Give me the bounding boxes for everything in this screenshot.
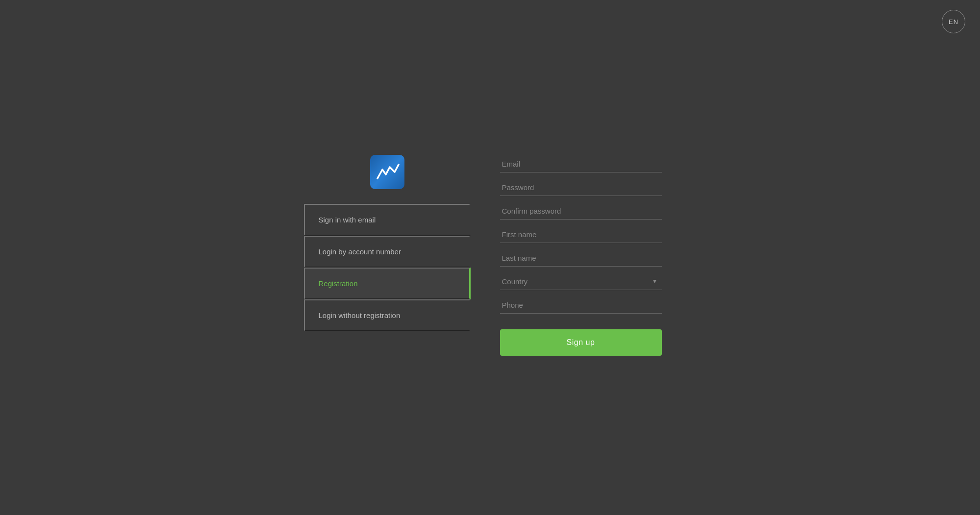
app-logo bbox=[370, 155, 404, 189]
country-select-wrapper: Country ▼ bbox=[500, 272, 662, 290]
left-panel: Sign in with email Login by account numb… bbox=[304, 145, 471, 331]
confirm-password-input[interactable] bbox=[500, 202, 662, 220]
registration-form: Country ▼ Sign up bbox=[471, 145, 677, 370]
nav-item-sign-in-email[interactable]: Sign in with email bbox=[304, 204, 471, 236]
country-select[interactable]: Country bbox=[500, 272, 662, 290]
email-field-wrapper bbox=[500, 155, 662, 172]
main-container: Sign in with email Login by account numb… bbox=[304, 145, 677, 370]
signup-button[interactable]: Sign up bbox=[500, 329, 662, 356]
first-name-field-wrapper bbox=[500, 225, 662, 243]
confirm-password-field-wrapper bbox=[500, 202, 662, 220]
language-button[interactable]: EN bbox=[942, 10, 965, 33]
password-field-wrapper bbox=[500, 178, 662, 196]
last-name-input[interactable] bbox=[500, 249, 662, 267]
nav-item-login-account-number[interactable]: Login by account number bbox=[304, 236, 471, 268]
last-name-field-wrapper bbox=[500, 249, 662, 267]
password-input[interactable] bbox=[500, 178, 662, 196]
nav-item-registration[interactable]: Registration bbox=[304, 268, 471, 299]
phone-field-wrapper bbox=[500, 296, 662, 314]
first-name-input[interactable] bbox=[500, 225, 662, 243]
nav-items: Sign in with email Login by account numb… bbox=[304, 204, 471, 331]
logo-area bbox=[304, 145, 471, 204]
country-field-wrapper: Country ▼ bbox=[500, 272, 662, 290]
nav-item-login-without-registration[interactable]: Login without registration bbox=[304, 299, 471, 331]
email-input[interactable] bbox=[500, 155, 662, 172]
phone-input[interactable] bbox=[500, 296, 662, 314]
